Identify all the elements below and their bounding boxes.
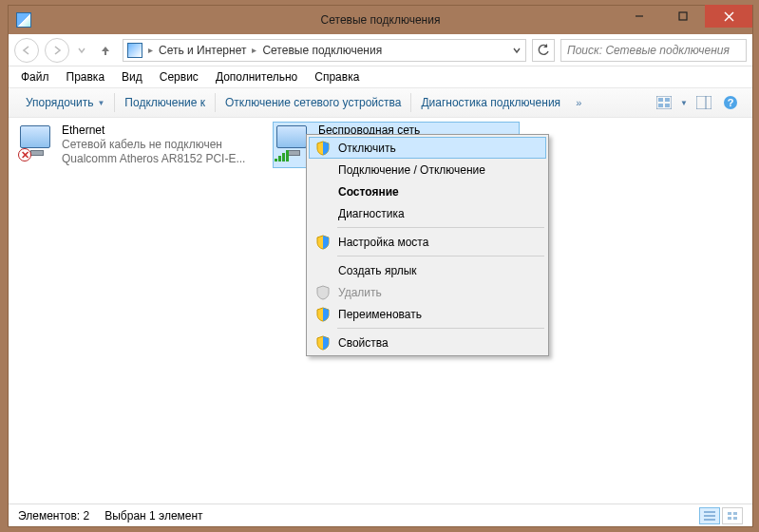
separator — [337, 328, 544, 329]
ctx-properties[interactable]: Свойства — [309, 332, 546, 353]
ctx-label: Переименовать — [338, 308, 422, 321]
ctx-label: Настройка моста — [338, 236, 428, 249]
ctx-bridge[interactable]: Настройка моста — [309, 231, 546, 253]
disable-device-button[interactable]: Отключение сетевого устройства — [216, 88, 410, 117]
nav-up-button[interactable] — [94, 39, 117, 62]
diagnose-button[interactable]: Диагностика подключения — [411, 88, 570, 117]
help-button[interactable]: ? — [720, 92, 741, 113]
window-controls — [617, 6, 752, 34]
disable-device-label: Отключение сетевого устройства — [225, 96, 401, 109]
connection-ethernet[interactable]: ✕ Ethernet Сетевой кабель не подключен Q… — [16, 122, 263, 168]
address-dropdown[interactable] — [508, 40, 525, 61]
app-icon — [16, 12, 31, 28]
organize-label: Упорядочить — [26, 96, 93, 109]
status-bar: Элементов: 2 Выбран 1 элемент — [9, 504, 752, 526]
view-layout-button[interactable] — [654, 92, 674, 113]
nav-back-button[interactable] — [14, 38, 39, 63]
refresh-button[interactable] — [532, 39, 555, 62]
svg-rect-16 — [728, 512, 731, 515]
chevron-right-icon[interactable]: ▸ — [146, 45, 155, 55]
ctx-connect-disconnect[interactable]: Подключение / Отключение — [309, 159, 546, 180]
ctx-label: Подключение / Отключение — [338, 163, 485, 177]
ctx-label: Создать ярлык — [338, 264, 417, 277]
menu-extra[interactable]: Дополнительно — [207, 68, 306, 86]
svg-rect-9 — [696, 96, 712, 109]
status-count: Элементов: 2 — [18, 509, 89, 522]
shield-icon — [315, 335, 331, 351]
ctx-label: Состояние — [338, 185, 399, 199]
context-menu: Отключить Подключение / Отключение Состо… — [306, 134, 549, 356]
title-bar[interactable]: Сетевые подключения — [9, 6, 752, 34]
ethernet-icon: ✕ — [18, 124, 56, 162]
separator — [337, 256, 544, 256]
chevron-down-icon[interactable]: ▼ — [680, 99, 688, 107]
svg-rect-8 — [665, 104, 670, 107]
svg-rect-1 — [679, 12, 687, 20]
search-input[interactable]: Поиск: Сетевые подключения — [560, 39, 747, 62]
ctx-delete: Удалить — [309, 281, 546, 303]
organize-button[interactable]: Упорядочить ▼ — [16, 88, 114, 117]
ctx-create-shortcut[interactable]: Создать ярлык — [309, 259, 546, 281]
view-details-button[interactable] — [699, 507, 720, 524]
location-icon — [127, 43, 142, 58]
menu-tools[interactable]: Сервис — [151, 68, 207, 86]
ctx-rename[interactable]: Переименовать — [309, 303, 546, 325]
chevrons-right-icon: » — [576, 97, 581, 108]
svg-rect-18 — [728, 517, 731, 520]
svg-rect-6 — [665, 98, 670, 102]
ctx-label: Свойства — [338, 336, 389, 350]
shield-icon — [315, 307, 331, 322]
shield-icon — [315, 285, 331, 300]
shield-icon — [315, 141, 331, 156]
preview-pane-button[interactable] — [693, 92, 714, 113]
overflow-button[interactable]: » — [570, 88, 587, 117]
nav-forward-button[interactable] — [45, 38, 69, 63]
maximize-button[interactable] — [661, 5, 705, 28]
connect-to-button[interactable]: Подключение к — [115, 88, 215, 117]
ctx-label: Отключить — [338, 142, 396, 155]
menu-view[interactable]: Вид — [113, 68, 151, 86]
menu-help[interactable]: Справка — [306, 68, 368, 86]
ctx-disable[interactable]: Отключить — [309, 137, 546, 159]
address-bar[interactable]: ▸ Сеть и Интернет ▸ Сетевые подключения — [123, 39, 526, 62]
menu-bar: Файл Правка Вид Сервис Дополнительно Спр… — [9, 66, 752, 87]
breadcrumb-connections[interactable]: Сетевые подключения — [258, 40, 386, 61]
nav-history-dropdown[interactable] — [75, 38, 88, 63]
menu-edit[interactable]: Правка — [58, 68, 114, 86]
breadcrumb-label: Сетевые подключения — [262, 44, 382, 57]
connection-text: Ethernet Сетевой кабель не подключен Qua… — [62, 124, 245, 166]
address-row: ▸ Сеть и Интернет ▸ Сетевые подключения … — [9, 34, 752, 66]
shield-icon — [315, 235, 331, 250]
chevron-right-icon[interactable]: ▸ — [250, 45, 258, 55]
search-placeholder: Поиск: Сетевые подключения — [567, 44, 730, 57]
chevron-down-icon: ▼ — [97, 99, 104, 107]
ctx-diagnostics[interactable]: Диагностика — [309, 202, 546, 224]
ctx-label: Удалить — [338, 286, 382, 299]
connection-name: Ethernet — [62, 124, 245, 138]
menu-file[interactable]: Файл — [12, 68, 58, 86]
diagnose-label: Диагностика подключения — [421, 96, 560, 109]
view-large-icons-button[interactable] — [722, 507, 743, 524]
signal-overlay-icon — [275, 150, 290, 162]
minimize-button[interactable] — [617, 5, 661, 28]
svg-rect-19 — [733, 517, 737, 520]
breadcrumb-network[interactable]: Сеть и Интернет — [155, 40, 250, 61]
connection-status: Сетевой кабель не подключен — [62, 138, 245, 152]
svg-rect-5 — [658, 98, 663, 102]
svg-text:?: ? — [728, 97, 734, 108]
ctx-status[interactable]: Состояние — [309, 180, 546, 202]
ctx-label: Диагностика — [338, 207, 405, 220]
content-area[interactable]: ✕ Ethernet Сетевой кабель не подключен Q… — [9, 118, 752, 504]
separator — [337, 227, 544, 228]
svg-rect-17 — [733, 512, 737, 515]
close-button[interactable] — [705, 5, 752, 28]
explorer-window: Сетевые подключения ▸ — [8, 5, 753, 527]
error-overlay-icon: ✕ — [18, 148, 31, 162]
command-bar: Упорядочить ▼ Подключение к Отключение с… — [9, 87, 752, 118]
connect-to-label: Подключение к — [124, 96, 205, 109]
svg-rect-7 — [658, 104, 663, 107]
status-selection: Выбран 1 элемент — [104, 509, 202, 522]
breadcrumb-label: Сеть и Интернет — [159, 44, 246, 57]
connection-adapter: Qualcomm Atheros AR8152 PCI-E... — [62, 152, 245, 166]
